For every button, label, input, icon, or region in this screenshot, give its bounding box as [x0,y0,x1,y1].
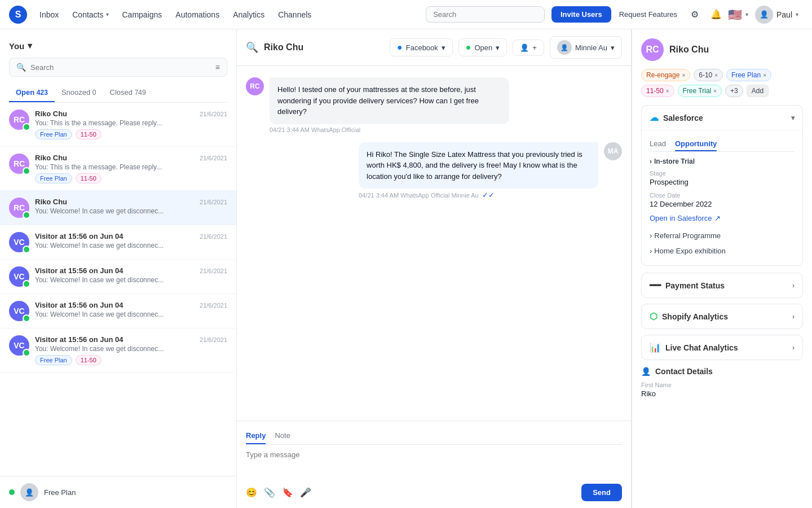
nav-campaigns[interactable]: Campaigns [117,7,168,23]
live-chat-chevron-icon: › [792,344,795,352]
bookmark-icon[interactable]: 🔖 [282,487,293,498]
assign-label: + [532,43,537,52]
tag-remove-button[interactable]: × [763,72,766,78]
salesforce-section: ☁ Salesforce ▾ Lead Opportunity › In-sto… [641,105,803,266]
message-avatar: MA [604,142,622,160]
salesforce-collapse-icon[interactable]: ▾ [791,114,795,122]
conv-name: Visitor at 15:56 on Jun 04 [35,266,123,275]
salesforce-header[interactable]: ☁ Salesforce ▾ [642,106,802,130]
status-selector[interactable]: ● Open ▾ [458,38,507,56]
agent-selector[interactable]: 👤 Minnie Au ▾ [550,36,622,59]
contacts-chevron-icon: ▾ [106,11,109,17]
conversation-item[interactable]: VCVisitor at 15:56 on Jun 0421/6/2021You… [0,225,236,260]
reply-tabs: Reply Note [246,428,622,445]
conversation-search-bar: 🔍 ≡ [9,58,227,77]
messages-area: RCHello! I tested one of your mattresses… [237,66,631,421]
conv-preview: You: Welcome! In case we get disconnec..… [35,310,227,318]
audio-icon[interactable]: 🎤 [300,487,311,498]
facebook-icon: ● [397,42,403,52]
conversation-item[interactable]: VCVisitor at 15:56 on Jun 0421/6/2021You… [0,329,236,373]
conv-preview: You: This is the a message. Please reply… [35,163,227,171]
live-chat-analytics-section[interactable]: 📊 Live Chat Analytics › [641,335,803,360]
tag-remove-button[interactable]: × [666,88,669,94]
conv-date: 21/6/2021 [200,199,227,205]
invite-users-button[interactable]: Invite Users [551,6,611,23]
contact-details-title: 👤 Contact Details [641,367,803,376]
flag-chevron-icon[interactable]: ▾ [745,11,748,17]
conversation-item[interactable]: VCVisitor at 15:56 on Jun 0421/6/2021You… [0,294,236,329]
tag-remove-button[interactable]: × [682,72,685,78]
tag-remove-button[interactable]: × [714,72,718,78]
conv-tag: 11-50 [76,355,102,365]
conv-name: Visitor at 15:56 on Jun 04 [35,301,123,309]
conversation-item[interactable]: RCRiko Chu21/6/2021You: Welcome! In case… [0,191,236,225]
status-badge [23,123,30,131]
tag-remove-button[interactable]: × [713,88,717,94]
status-badge [23,211,30,219]
nav-contacts[interactable]: Contacts ▾ [67,7,114,23]
assign-agent-button[interactable]: 👤 + [513,40,544,56]
message-meta: 04/21 3:44 AM WhatsApp Official Minnie A… [359,191,598,199]
payment-status-section[interactable]: ━━ Payment Status › [641,273,803,298]
reply-tab-reply[interactable]: Reply [246,428,266,444]
conv-date: 21/6/2021 [200,111,227,117]
tag-label: 6-10 [699,71,712,79]
tab-open[interactable]: Open 423 [9,84,55,102]
tab-closed[interactable]: Closed 749 [103,84,153,102]
settings-icon[interactable]: ⚙ [685,5,704,24]
chat-search-icon[interactable]: 🔍 [246,41,258,54]
live-chat-icon: 📊 [650,342,661,353]
language-flag[interactable]: 🇺🇸 [728,8,742,21]
contact-tag: +3 [725,85,743,97]
conv-name: Riko Chu [35,154,67,162]
app-logo[interactable]: S [9,6,27,24]
conv-preview: You: Welcome! In case we get disconnec..… [35,242,227,249]
conversation-item[interactable]: RCRiko Chu21/6/2021You: This is the a me… [0,147,236,191]
left-panel-footer: 👤 Free Plan [0,476,236,508]
conv-date: 21/6/2021 [200,155,227,161]
shopify-analytics-section[interactable]: ⬡ Shopify Analytics › [641,304,803,329]
nav-automations[interactable]: Automations [170,7,225,23]
tag-label: +3 [730,87,738,95]
status-badge [23,314,30,322]
referral-programme-item[interactable]: › Referral Programme [650,228,795,243]
tab-snoozed[interactable]: Snoozed 0 [55,84,103,102]
tab-open-label: Open [16,88,34,97]
reply-tab-note[interactable]: Note [275,428,290,444]
send-button[interactable]: Send [581,484,622,501]
attach-icon[interactable]: 📎 [264,487,275,498]
sf-tab-lead[interactable]: Lead [650,137,666,151]
footer-avatar: 👤 [20,483,38,501]
conv-tag: Free Plan [35,129,72,139]
right-contact-name: Riko Chu [669,45,709,55]
notifications-icon[interactable]: 🔔 [707,5,726,24]
you-chevron-icon: ▾ [28,41,32,51]
left-panel: You ▾ 🔍 ≡ Open 423 Snoozed 0 Closed [0,29,237,508]
nav-channels[interactable]: Channels [272,7,317,23]
first-name-value: Riko [641,389,803,398]
tags-section: Re-engage×6-10×Free Plan×11-50×Free Tria… [641,69,803,97]
home-expo-chevron-icon: › [650,247,652,255]
status-dot [9,489,15,495]
open-salesforce-link[interactable]: Open in Salesforce ↗ [650,214,795,222]
search-input[interactable] [426,6,545,23]
message-item: RCHello! I tested one of your mattresses… [246,77,509,133]
sf-tab-opportunity[interactable]: Opportunity [675,137,717,151]
conversation-search-input[interactable] [30,63,211,72]
home-expo-item[interactable]: › Home Expo exhibition [650,243,795,259]
conversation-item[interactable]: VCVisitor at 15:56 on Jun 0421/6/2021You… [0,260,236,294]
emoji-icon[interactable]: 😊 [246,487,257,498]
reply-input[interactable] [246,450,622,478]
filter-icon[interactable]: ≡ [215,63,220,72]
conversation-item[interactable]: RCRiko Chu21/6/2021You: This is the a me… [0,103,236,147]
request-features-link[interactable]: Request Features [614,7,683,22]
add-tag-button[interactable]: Add [747,85,769,97]
status-chevron-icon: ▾ [496,43,500,52]
reply-area: Reply Note 😊 📎 🔖 🎤 Send [237,421,631,508]
channel-selector[interactable]: ● Facebook ▾ [390,38,453,56]
external-link-icon: ↗ [714,214,721,222]
nav-analytics[interactable]: Analytics [227,7,270,23]
you-dropdown[interactable]: You ▾ [9,38,227,58]
nav-inbox[interactable]: Inbox [34,7,64,23]
user-menu[interactable]: 👤 Paul ▾ [751,3,803,26]
